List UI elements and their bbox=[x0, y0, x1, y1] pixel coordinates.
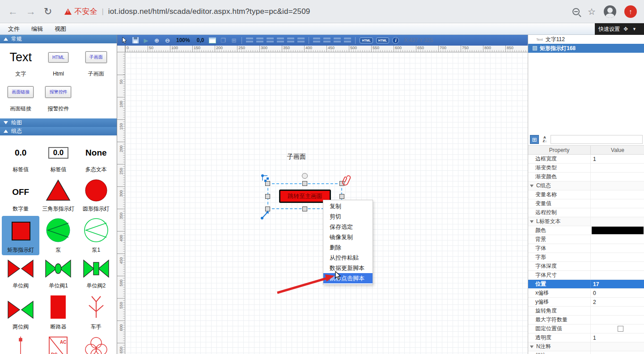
property-row[interactable]: 颜色 bbox=[528, 226, 644, 235]
palette-item-knife-switch[interactable]: 刀闸 bbox=[2, 334, 39, 354]
forward-icon[interactable]: → bbox=[26, 6, 36, 17]
property-value[interactable] bbox=[591, 199, 644, 208]
section-general[interactable]: 常规 bbox=[0, 35, 117, 43]
context-menu-item[interactable]: 从控件粘贴 bbox=[323, 253, 373, 263]
context-menu-item[interactable]: 剪切 bbox=[323, 211, 373, 222]
save-icon[interactable] bbox=[131, 37, 139, 44]
property-value[interactable]: 1 bbox=[591, 155, 644, 163]
palette-item-unit-valve[interactable]: 单位阀 bbox=[2, 257, 39, 291]
property-value[interactable] bbox=[591, 173, 644, 181]
resize-handle-w[interactable] bbox=[265, 194, 270, 199]
property-row[interactable]: 变量名称 bbox=[528, 190, 644, 199]
address-bar[interactable]: 不安全 | iot.idosp.net/html/scada/editor.as… bbox=[64, 6, 572, 17]
context-menu-item[interactable]: 鼠标点击脚本 bbox=[323, 273, 373, 283]
color-swatch[interactable] bbox=[592, 227, 644, 234]
palette-item-tag-value[interactable]: 0.0 标签值 bbox=[2, 142, 39, 175]
context-menu-item[interactable]: 复制 bbox=[323, 201, 373, 211]
context-menu-item[interactable]: 删除 bbox=[323, 242, 373, 253]
palette-item-pt[interactable]: PT bbox=[77, 334, 115, 354]
palette-item-tag-value-boxed[interactable]: 0.0 标签值 bbox=[39, 142, 77, 175]
object-item-text112[interactable]: Text 文字112 bbox=[528, 35, 644, 44]
checkbox[interactable] bbox=[618, 326, 623, 332]
property-value[interactable] bbox=[591, 235, 644, 244]
subscreen-text[interactable]: 子画面 bbox=[287, 153, 306, 161]
select-cursor-icon[interactable] bbox=[121, 37, 128, 44]
palette-item-triangle-light[interactable]: 三角形指示灯 bbox=[39, 177, 77, 214]
palette-item-rect-light[interactable]: 矩形指示灯 bbox=[2, 216, 39, 255]
align-center-icon[interactable] bbox=[256, 38, 263, 43]
property-value[interactable] bbox=[591, 324, 644, 333]
update-icon[interactable]: ↑ bbox=[624, 5, 637, 18]
profile-avatar[interactable] bbox=[604, 5, 616, 18]
context-menu-item[interactable]: 镜像复制 bbox=[323, 232, 373, 242]
palette-item-unit-valve2[interactable]: 单位阀2 bbox=[77, 257, 115, 291]
palette-item-alarm-control[interactable]: 报警控件 报警控件 bbox=[39, 81, 77, 114]
info-icon[interactable]: i bbox=[392, 37, 399, 44]
quick-settings-bar[interactable]: 快速设置 ✥ ▼ bbox=[595, 23, 644, 35]
property-row[interactable]: 最大字符数量 bbox=[528, 316, 644, 324]
property-row[interactable]: 字形 bbox=[528, 253, 644, 262]
design-canvas[interactable]: 子画面 跳转至主画面 复制剪切保存选定镜像复制删除从控件粘贴数据更新脚本鼠标点击… bbox=[125, 52, 528, 354]
property-value[interactable]: 2 bbox=[591, 298, 644, 306]
same-size-icon[interactable] bbox=[334, 38, 341, 43]
property-value[interactable]: 0 bbox=[591, 289, 644, 297]
palette-item-subscreen[interactable]: 子画面 子画面 bbox=[77, 46, 115, 79]
menu-edit[interactable]: 编辑 bbox=[31, 25, 43, 33]
zoom-in-icon[interactable]: ⊕ bbox=[153, 37, 161, 44]
property-row[interactable]: 远程控制 bbox=[528, 208, 644, 217]
chevron-down-icon[interactable]: ▼ bbox=[632, 27, 636, 31]
rotate-handle[interactable] bbox=[302, 173, 308, 179]
canvas-settings-icon[interactable] bbox=[209, 38, 216, 43]
property-value[interactable] bbox=[591, 164, 644, 172]
palette-item-handcart[interactable]: 车手 bbox=[77, 293, 115, 332]
property-row[interactable]: 背景 bbox=[528, 235, 644, 244]
section-drawing[interactable]: 绘图 bbox=[0, 118, 117, 127]
palette-item-multistate-text[interactable]: None 多态文本 bbox=[77, 142, 115, 175]
move-icon[interactable]: ✥ bbox=[623, 26, 628, 32]
property-row[interactable]: 渐变类型 bbox=[528, 164, 644, 173]
palette-item-two-pos-valve[interactable]: 两位阀 bbox=[2, 293, 39, 332]
palette-item-screen-link[interactable]: 画面链接 画面链接 bbox=[2, 81, 39, 114]
back-icon[interactable]: ← bbox=[8, 6, 18, 17]
property-value[interactable] bbox=[591, 208, 644, 217]
property-filter-input[interactable] bbox=[551, 135, 643, 144]
palette-item-digital[interactable]: OFF 数字量 bbox=[2, 177, 39, 214]
property-row[interactable]: 变量值 bbox=[528, 199, 644, 208]
property-value[interactable] bbox=[591, 226, 644, 235]
align-middle-icon[interactable] bbox=[287, 38, 294, 43]
property-row[interactable]: 字体尺寸 bbox=[528, 271, 644, 280]
palette-item-breaker[interactable]: 断路器 bbox=[39, 293, 77, 332]
resize-handle-n[interactable] bbox=[302, 181, 307, 186]
copy-icon[interactable]: ❐ bbox=[219, 37, 227, 44]
zoom-indicator-icon[interactable] bbox=[572, 8, 580, 15]
property-row[interactable]: x偏移 0 bbox=[528, 289, 644, 298]
resize-handle-s[interactable] bbox=[302, 206, 307, 211]
property-value[interactable] bbox=[591, 316, 644, 324]
align-left-icon[interactable] bbox=[246, 38, 253, 43]
run-icon[interactable]: ▶ bbox=[142, 37, 150, 44]
context-menu-item[interactable]: 保存选定 bbox=[323, 222, 373, 232]
html-preview-icon[interactable]: HTML bbox=[376, 38, 389, 43]
property-row[interactable]: 渐变颜色 bbox=[528, 173, 644, 181]
align-top-icon[interactable] bbox=[277, 38, 284, 43]
diagonal-resize-icon[interactable] bbox=[261, 210, 270, 219]
palette-item-text[interactable]: Text 文字 bbox=[2, 46, 39, 79]
palette-item-circle-light[interactable]: 圆形指示灯 bbox=[77, 177, 115, 214]
palette-item-inverter[interactable]: ACDC 逆变器 bbox=[39, 334, 77, 354]
property-row[interactable]: 边框宽度 1 bbox=[528, 155, 644, 164]
context-menu-item[interactable]: 数据更新脚本 bbox=[323, 263, 373, 273]
property-row[interactable]: C组态 bbox=[528, 181, 644, 190]
palette-item-pump[interactable]: 泵 bbox=[39, 216, 77, 255]
palette-item-pump1[interactable]: 泵1 bbox=[77, 216, 115, 255]
property-value[interactable] bbox=[591, 271, 644, 279]
property-value[interactable] bbox=[591, 181, 644, 190]
property-row[interactable]: N注释 bbox=[528, 342, 644, 351]
palette-item-html[interactable]: HTML Html bbox=[39, 46, 77, 79]
property-row[interactable]: L标签文本 bbox=[528, 217, 644, 226]
menu-file[interactable]: 文件 bbox=[8, 25, 20, 33]
property-value[interactable]: 17 bbox=[591, 280, 644, 288]
resize-handle-e[interactable] bbox=[339, 194, 344, 199]
property-value[interactable]: 1 bbox=[591, 333, 644, 342]
property-row[interactable]: 旋转角度 bbox=[528, 307, 644, 316]
az-sort-icon[interactable]: AZ↓ bbox=[540, 135, 549, 144]
